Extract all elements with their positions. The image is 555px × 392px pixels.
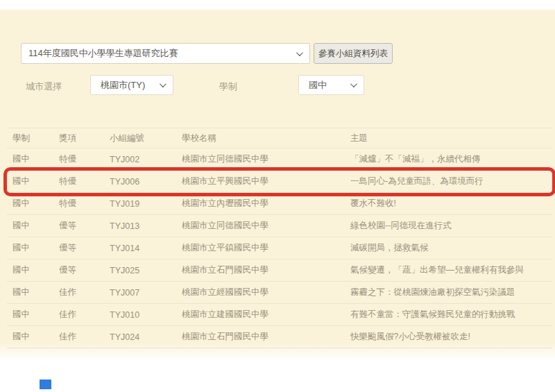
table-row[interactable]: 國中 佳作 TYJ010 桃園市立建國國民中學 有難不童當：守護氣候難民兒童的行… [7, 304, 552, 326]
cell-level: 國中 [12, 242, 59, 254]
cell-group-id: TYJ007 [110, 288, 182, 298]
level-filter-label: 學制 [219, 80, 237, 93]
cell-award: 佳作 [59, 331, 110, 343]
cell-school: 桃園市立平鎮國民中學 [182, 242, 350, 254]
cell-school: 桃園市立石門國民中學 [182, 331, 350, 343]
table-row[interactable]: 國中 特優 TYJ019 桃園市立內壢國民中學 覆水不難收! [7, 193, 552, 215]
table-row[interactable]: 國中 佳作 TYJ007 桃園市立經國國民中學 霧霾之下：從桃園煉油廠初探空氣污… [7, 282, 552, 304]
competition-select[interactable]: 114年度國民中小學學生專題研究比賽 [21, 43, 310, 64]
cell-topic: 減碳開局，拯救氣候 [350, 242, 552, 254]
cell-level: 國中 [12, 264, 59, 276]
level-select[interactable]: 國中 [298, 75, 364, 95]
col-header-group-id: 小組編號 [110, 133, 182, 144]
page: 114年度國民中小學學生專題研究比賽 參賽小組資料列表 城市選擇 桃園市(TY)… [0, 0, 555, 392]
cell-award: 優等 [59, 242, 110, 254]
cell-group-id: TYJ014 [110, 244, 182, 253]
cell-school: 桃園市立建國國民中學 [182, 309, 350, 321]
cell-level: 國中 [12, 176, 59, 187]
cell-group-id: TYJ010 [110, 310, 182, 320]
cell-group-id: TYJ006 [110, 177, 182, 187]
col-header-level: 學制 [12, 133, 59, 144]
cell-school: 桃園市立平興國民中學 [182, 176, 350, 187]
cell-topic: 快樂颱風假?小心受教權被吹走! [350, 331, 552, 343]
cell-award: 優等 [59, 264, 110, 276]
cell-school: 桃園市立內壢國民中學 [182, 198, 350, 210]
cell-award: 佳作 [59, 287, 110, 298]
cell-topic: 氣候變遷，「蔬」出希望—兒童權利有我參與 [350, 264, 552, 276]
cell-level: 國中 [12, 331, 59, 343]
table-row[interactable]: 國中 特優 TYJ002 桃園市立同德國民中學 「減爐」不「減福」，永續代相傳 [7, 148, 552, 171]
city-select[interactable]: 桃園市(TY) [90, 75, 173, 95]
cell-group-id: TYJ025 [110, 266, 182, 275]
col-header-award: 獎項 [59, 133, 110, 144]
cell-group-id: TYJ013 [110, 221, 182, 231]
cell-group-id: TYJ024 [110, 332, 182, 342]
col-header-school: 學校名稱 [182, 133, 350, 144]
city-select-value: 桃園市(TY) [91, 79, 160, 92]
cell-level: 國中 [12, 220, 59, 232]
cell-school: 桃園市立同德國民中學 [182, 153, 350, 165]
table-body: 國中 特優 TYJ002 桃園市立同德國民中學 「減爐」不「減福」，永續代相傳 … [7, 148, 552, 348]
table-row-highlighted[interactable]: 國中 特優 TYJ006 桃園市立平興國民中學 一島同心-為兒童而語、為環境而行 [7, 171, 552, 193]
cell-level: 國中 [12, 153, 59, 165]
cell-school: 桃園市立經國國民中學 [182, 287, 350, 298]
cell-school: 桃園市立同德國民中學 [182, 220, 350, 232]
cell-group-id: TYJ002 [110, 155, 182, 164]
table-row[interactable]: 國中 優等 TYJ013 桃園市立同德國民中學 綠色校園--同德現在進行式 [7, 215, 552, 237]
cell-topic: 有難不童當：守護氣候難民兒童的行動挑戰 [350, 309, 552, 321]
table-row[interactable]: 國中 佳作 TYJ024 桃園市立石門國民中學 快樂颱風假?小心受教權被吹走! [7, 326, 552, 348]
table-row[interactable]: 國中 優等 TYJ014 桃園市立平鎮國民中學 減碳開局，拯救氣候 [7, 237, 552, 259]
cell-topic: 「減爐」不「減福」，永續代相傳 [350, 153, 552, 165]
level-select-value: 國中 [299, 79, 350, 92]
cell-award: 特優 [59, 176, 110, 187]
chevron-down-icon [350, 80, 357, 87]
results-table: 學制 獎項 小組編號 學校名稱 主題 國中 特優 TYJ002 桃園市立同德國民… [7, 128, 552, 348]
cell-topic: 一島同心-為兒童而語、為環境而行 [350, 176, 552, 187]
cell-topic: 霧霾之下：從桃園煉油廠初探空氣污染議題 [350, 287, 552, 298]
cell-award: 特優 [59, 198, 110, 210]
cell-level: 國中 [12, 287, 59, 298]
cell-group-id: TYJ019 [110, 199, 182, 209]
chevron-down-icon [296, 49, 303, 56]
cell-topic: 覆水不難收! [350, 198, 552, 210]
cell-topic: 綠色校園--同德現在進行式 [350, 220, 552, 232]
cell-level: 國中 [12, 309, 59, 321]
group-list-button[interactable]: 參賽小組資料列表 [314, 43, 393, 64]
cell-level: 國中 [12, 198, 59, 210]
table-row[interactable]: 國中 優等 TYJ025 桃園市立石門國民中學 氣候變遷，「蔬」出希望—兒童權利… [7, 259, 552, 282]
cell-award: 佳作 [59, 309, 110, 321]
table-header-row: 學制 獎項 小組編號 學校名稱 主題 [7, 128, 552, 148]
city-filter-label: 城市選擇 [26, 80, 62, 93]
chevron-down-icon [160, 80, 166, 87]
cell-award: 特優 [59, 153, 110, 165]
cell-award: 優等 [59, 220, 110, 232]
competition-select-value: 114年度國民中小學學生專題研究比賽 [22, 47, 296, 60]
bottom-left-blue-marker [40, 380, 51, 389]
cell-school: 桃園市立石門國民中學 [182, 264, 350, 276]
col-header-topic: 主題 [350, 133, 552, 144]
